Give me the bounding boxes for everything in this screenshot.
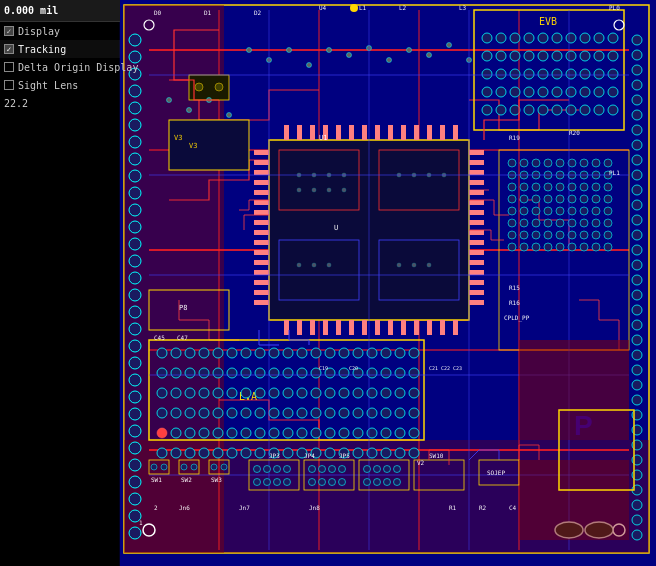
svg-point-145 — [283, 408, 293, 418]
svg-point-325 — [397, 263, 401, 267]
svg-point-37 — [632, 80, 642, 90]
svg-point-210 — [552, 51, 562, 61]
svg-point-243 — [594, 105, 604, 115]
svg-point-90 — [311, 348, 321, 358]
svg-point-51 — [632, 290, 642, 300]
svg-point-390 — [592, 231, 600, 239]
svg-point-239 — [538, 105, 548, 115]
svg-point-122 — [227, 388, 237, 398]
svg-point-65 — [632, 500, 642, 510]
svg-point-161 — [241, 428, 251, 438]
svg-point-25 — [129, 391, 141, 403]
svg-point-80 — [171, 348, 181, 358]
svg-point-442 — [221, 464, 227, 470]
svg-point-214 — [608, 51, 618, 61]
svg-point-336 — [592, 159, 600, 167]
svg-point-149 — [339, 408, 349, 418]
svg-point-84 — [227, 348, 237, 358]
svg-point-159 — [213, 428, 223, 438]
svg-point-238 — [524, 105, 534, 115]
svg-point-186 — [325, 448, 335, 458]
svg-point-100 — [185, 368, 195, 378]
svg-point-177 — [199, 448, 209, 458]
menu-item-tracking[interactable]: ✓ Tracking — [0, 40, 120, 58]
svg-point-45 — [632, 200, 642, 210]
svg-rect-289 — [427, 125, 432, 140]
svg-point-127 — [297, 388, 307, 398]
svg-rect-259 — [254, 280, 269, 285]
svg-point-181 — [255, 448, 265, 458]
svg-point-363 — [592, 195, 600, 203]
menu-item-coords-value: 22.2 — [0, 94, 120, 112]
svg-rect-291 — [453, 125, 458, 140]
svg-rect-264 — [469, 170, 484, 175]
svg-text:1: 1 — [139, 519, 143, 526]
svg-point-117 — [157, 388, 167, 398]
svg-point-365 — [508, 207, 516, 215]
svg-rect-254 — [254, 230, 269, 235]
svg-point-81 — [185, 348, 195, 358]
svg-text:C21 C22 C23: C21 C22 C23 — [429, 365, 462, 371]
svg-point-380 — [580, 219, 588, 227]
svg-text:Jn7: Jn7 — [239, 504, 250, 511]
svg-point-499 — [339, 466, 346, 473]
svg-text:U4: U4 — [319, 4, 327, 11]
svg-point-130 — [339, 388, 349, 398]
svg-point-22 — [129, 340, 141, 352]
svg-point-150 — [353, 408, 363, 418]
svg-point-406 — [247, 48, 252, 53]
svg-text:C20: C20 — [349, 365, 358, 371]
svg-point-105 — [255, 368, 265, 378]
sight-lens-label: Sight Lens — [18, 80, 78, 91]
svg-text:R1: R1 — [449, 504, 457, 511]
svg-point-27 — [129, 425, 141, 437]
svg-rect-273 — [469, 260, 484, 265]
menu-item-display[interactable]: ✓ Display — [0, 22, 120, 40]
coordinates-label: 0.000 mil — [4, 5, 58, 16]
svg-point-207 — [510, 51, 520, 61]
svg-point-215 — [482, 69, 492, 79]
svg-text:EVB: EVB — [539, 16, 557, 27]
svg-rect-294 — [310, 320, 315, 335]
svg-text:C4: C4 — [509, 504, 517, 511]
svg-point-496 — [309, 466, 316, 473]
svg-text:PL0: PL0 — [609, 4, 620, 11]
tracking-checkbox: ✓ — [4, 44, 14, 54]
sight-lens-checkbox — [4, 80, 14, 90]
svg-point-136 — [157, 408, 167, 418]
svg-point-49 — [632, 260, 642, 270]
svg-point-506 — [384, 466, 391, 473]
svg-point-148 — [325, 408, 335, 418]
svg-point-511 — [394, 479, 401, 486]
svg-point-38 — [632, 95, 642, 105]
svg-point-7 — [129, 85, 141, 97]
svg-rect-250 — [254, 190, 269, 195]
svg-point-392 — [508, 243, 516, 251]
svg-point-19 — [129, 289, 141, 301]
svg-point-155 — [157, 428, 167, 438]
svg-point-315 — [312, 188, 316, 192]
svg-rect-253 — [254, 220, 269, 225]
svg-point-203 — [594, 33, 604, 43]
svg-point-316 — [327, 188, 331, 192]
svg-point-240 — [552, 105, 562, 115]
svg-point-8 — [129, 102, 141, 114]
svg-text:L3: L3 — [459, 4, 467, 11]
svg-text:JP3: JP3 — [269, 452, 280, 459]
svg-rect-280 — [310, 125, 315, 140]
svg-point-174 — [157, 448, 167, 458]
svg-text:D1: D1 — [204, 9, 212, 16]
svg-point-213 — [594, 51, 604, 61]
svg-rect-255 — [254, 240, 269, 245]
svg-point-224 — [608, 69, 618, 79]
svg-point-231 — [566, 87, 576, 97]
svg-point-206 — [496, 51, 506, 61]
svg-rect-277 — [469, 300, 484, 305]
svg-point-58 — [632, 395, 642, 405]
svg-point-15 — [129, 221, 141, 233]
menu-item-sight-lens[interactable]: Sight Lens — [0, 76, 120, 94]
svg-point-164 — [283, 428, 293, 438]
svg-point-498 — [329, 466, 336, 473]
menu-item-delta-origin[interactable]: Delta Origin Display — [0, 58, 120, 76]
svg-point-118 — [171, 388, 181, 398]
